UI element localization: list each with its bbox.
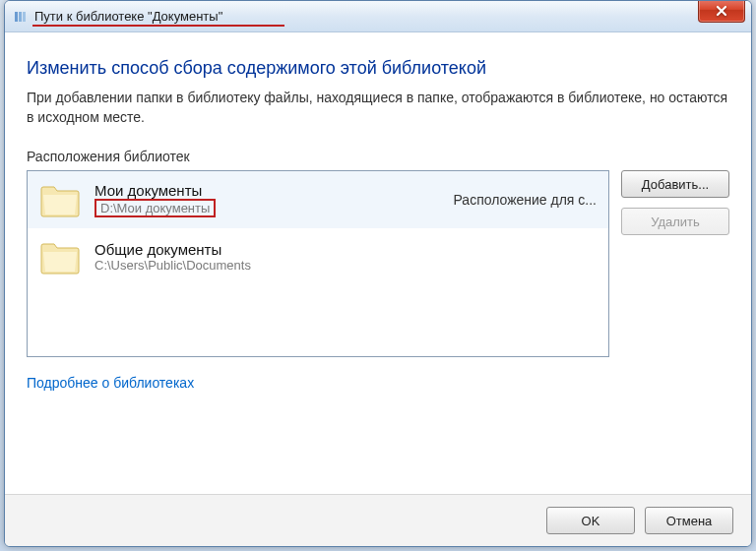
svg-rect-0: [15, 12, 18, 22]
item-meta: Расположение для с...: [453, 192, 597, 208]
list-item[interactable]: Мои документы D:\Мои документы Расположе…: [28, 171, 608, 228]
item-text: Мои документы D:\Мои документы: [94, 182, 439, 217]
close-icon: [716, 5, 727, 17]
dialog-footer: OK Отмена: [5, 494, 751, 546]
svg-rect-1: [19, 12, 22, 22]
window-title: Пути к библиотеке "Документы": [34, 9, 222, 24]
locations-label: Расположения библиотек: [27, 149, 729, 164]
folder-icon: [39, 181, 81, 218]
item-path: C:\Users\Public\Documents: [94, 258, 583, 273]
item-text: Общие документы C:\Users\Public\Document…: [94, 241, 583, 273]
ok-button[interactable]: OK: [546, 507, 635, 534]
item-path: D:\Мои документы: [94, 199, 216, 217]
annotation-underline: [32, 25, 284, 27]
page-heading: Изменить способ сбора содержимого этой б…: [27, 58, 729, 79]
item-title: Мои документы: [94, 182, 439, 199]
svg-rect-2: [23, 12, 26, 22]
list-item[interactable]: Общие документы C:\Users\Public\Document…: [28, 228, 608, 285]
titlebar[interactable]: Пути к библиотеке "Документы": [5, 1, 751, 32]
library-icon: [13, 9, 29, 25]
close-button[interactable]: [698, 0, 745, 23]
remove-button[interactable]: Удалить: [621, 208, 729, 235]
locations-row: Мои документы D:\Мои документы Расположе…: [27, 170, 729, 357]
cancel-button[interactable]: Отмена: [645, 507, 733, 534]
learn-more-link[interactable]: Подробнее о библиотеках: [27, 375, 194, 391]
folder-icon: [39, 238, 81, 276]
locations-listbox[interactable]: Мои документы D:\Мои документы Расположе…: [27, 170, 609, 357]
dialog-body: Изменить способ сбора содержимого этой б…: [5, 32, 751, 494]
link-row: Подробнее о библиотеках: [27, 375, 729, 391]
page-description: При добавлении папки в библиотеку файлы,…: [27, 89, 729, 127]
add-button[interactable]: Добавить...: [621, 170, 729, 198]
dialog-window: Пути к библиотеке "Документы" Изменить с…: [4, 0, 752, 547]
side-buttons: Добавить... Удалить: [621, 170, 729, 357]
item-title: Общие документы: [94, 241, 583, 258]
